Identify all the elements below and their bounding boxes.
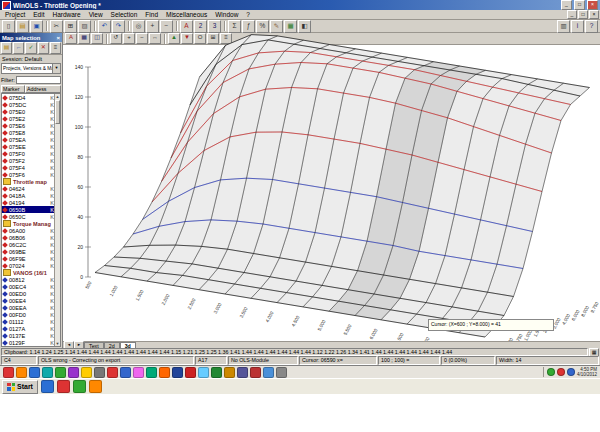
map-item[interactable]: 00FD0K [2, 311, 60, 318]
properties-icon[interactable]: ≡ [220, 33, 232, 44]
map-item[interactable]: 075EAK [2, 136, 60, 143]
tab-scroll-right[interactable]: ► [74, 341, 84, 348]
taskbar-icon-20[interactable] [250, 367, 261, 378]
map-item[interactable]: 06A00K [2, 227, 60, 234]
mdi-close-button[interactable]: × [589, 10, 599, 19]
menu-miscellaneous[interactable]: Miscellaneous [162, 11, 211, 18]
grid-icon[interactable]: ⊞ [207, 33, 219, 44]
taskbar-icon-5[interactable] [55, 367, 66, 378]
menu-edit[interactable]: Edit [29, 11, 48, 18]
map-item[interactable]: 00812K [2, 276, 60, 283]
open-icon[interactable]: ▤ [16, 20, 29, 33]
tray-icon-2[interactable] [557, 368, 565, 376]
tray-icon-1[interactable] [547, 368, 555, 376]
taskbar-icon-14[interactable] [172, 367, 183, 378]
mdi-minimize-button[interactable]: _ [567, 10, 577, 19]
taskbar-icon-3[interactable] [29, 367, 40, 378]
new-folder-icon[interactable]: ▤ [1, 42, 12, 54]
increase-icon[interactable]: ▲ [168, 33, 180, 44]
map-item[interactable]: 075F4K [2, 164, 60, 171]
map-item[interactable]: 075D4K [2, 94, 60, 101]
taskbar-icon-17[interactable] [211, 367, 222, 378]
mode-3d-icon[interactable]: ◫ [91, 33, 103, 44]
taskbar2-icon-4[interactable] [89, 380, 102, 393]
tab-text[interactable]: Text [84, 342, 104, 348]
zoom-out-icon[interactable]: − [136, 33, 148, 44]
taskbar-icon-8[interactable] [94, 367, 105, 378]
scope-dropdown[interactable]: Projects, Versions & Maps (Ctr ▼ [1, 63, 61, 74]
map-item[interactable]: 0418AK [2, 192, 60, 199]
window-list-icon[interactable]: ▥ [557, 20, 570, 33]
percent-icon[interactable]: % [256, 20, 269, 33]
menu-window[interactable]: Window [211, 11, 242, 18]
find-icon[interactable]: ◎ [132, 20, 145, 33]
map-item[interactable]: 00EEAK [2, 304, 60, 311]
taskbar-icon-2[interactable] [16, 367, 27, 378]
taskbar-icon-4[interactable] [42, 367, 53, 378]
view-2d-icon[interactable]: 2 [194, 20, 207, 33]
titlebar[interactable]: WinOLS - Throttle Opening * _ □ × [0, 0, 600, 10]
map-item[interactable]: 0129FK [2, 339, 60, 346]
taskbar-icon-7[interactable] [81, 367, 92, 378]
taskbar-icon-1[interactable] [3, 367, 14, 378]
minimize-button[interactable]: _ [561, 0, 572, 10]
taskbar-icon-18[interactable] [224, 367, 235, 378]
map-item[interactable]: 0127AK [2, 325, 60, 332]
map-item[interactable]: 0650BK [2, 206, 60, 213]
column-marker[interactable]: Marker [1, 85, 25, 93]
map-item[interactable]: 07024K [2, 262, 60, 269]
taskbar-icon-21[interactable] [263, 367, 274, 378]
map-item[interactable]: 0650CK [2, 213, 60, 220]
menu-selection[interactable]: Selection [107, 11, 142, 18]
import-icon[interactable]: ← [13, 42, 24, 54]
taskbar-icon-10[interactable] [120, 367, 131, 378]
map-item[interactable]: 075F0K [2, 150, 60, 157]
zoom-in-icon[interactable]: + [146, 20, 159, 33]
info-icon[interactable]: i [571, 20, 584, 33]
properties-icon[interactable]: ≡ [50, 42, 61, 54]
taskbar-icon-13[interactable] [159, 367, 170, 378]
decrease-icon[interactable]: ▼ [181, 33, 193, 44]
scroll-up-icon[interactable]: ▲ [55, 94, 60, 99]
map-item[interactable]: 075E8K [2, 129, 60, 136]
copy-icon[interactable]: ⊞ [64, 20, 77, 33]
taskbar-icon-22[interactable] [276, 367, 287, 378]
taskbar-icon-19[interactable] [237, 367, 248, 378]
menu-help[interactable]: ? [242, 11, 254, 18]
map-item[interactable]: 04624K [2, 185, 60, 192]
tab-2d[interactable]: 2d [104, 342, 120, 348]
map-item[interactable]: 075F2K [2, 157, 60, 164]
apply-icon[interactable]: ✓ [25, 42, 36, 54]
maximize-button[interactable]: □ [574, 0, 585, 10]
map-item[interactable]: 04194K [2, 199, 60, 206]
compare-icon[interactable]: ◧ [298, 20, 311, 33]
menu-project[interactable]: Project [1, 11, 29, 18]
new-icon[interactable]: ▯ [2, 20, 15, 33]
taskbar2-icon-1[interactable] [41, 380, 54, 393]
map-item[interactable]: 06C2CK [2, 241, 60, 248]
map-item[interactable]: 075EEK [2, 143, 60, 150]
filter-input[interactable] [16, 76, 61, 84]
original-icon[interactable]: O [194, 33, 206, 44]
delete-icon[interactable]: ✕ [38, 42, 49, 54]
list-scrollbar[interactable]: ▲▼ [54, 94, 60, 346]
zoom-out-icon[interactable]: − [160, 20, 173, 33]
map-item[interactable]: 075F6K [2, 171, 60, 178]
redo-icon[interactable]: ↷ [112, 20, 125, 33]
paste-icon[interactable]: ▨ [78, 20, 91, 33]
map-list[interactable]: 075D4K075DCK075E0K075E2K075E6K075E8K075E… [1, 93, 61, 347]
map-item[interactable]: 0137EK [2, 332, 60, 339]
surface-plot[interactable]: 0204060801001201405001.0001.5002.0002.50… [63, 45, 600, 341]
scroll-down-icon[interactable]: ▼ [55, 341, 60, 346]
taskbar-icon-15[interactable] [185, 367, 196, 378]
mdi-restore-button[interactable]: □ [578, 10, 588, 19]
mode-2d-icon[interactable]: ▦ [78, 33, 90, 44]
taskbar-icon-16[interactable] [198, 367, 209, 378]
start-button[interactable]: Start [2, 380, 38, 394]
tray-clock[interactable]: 4:50 PM4/10/2012 [577, 367, 597, 377]
view-text-icon[interactable]: A [180, 20, 193, 33]
cut-icon[interactable]: ✂ [50, 20, 63, 33]
mode-text-icon[interactable]: A [65, 33, 77, 44]
column-address[interactable]: Address [25, 85, 61, 93]
close-button[interactable]: × [587, 0, 598, 10]
